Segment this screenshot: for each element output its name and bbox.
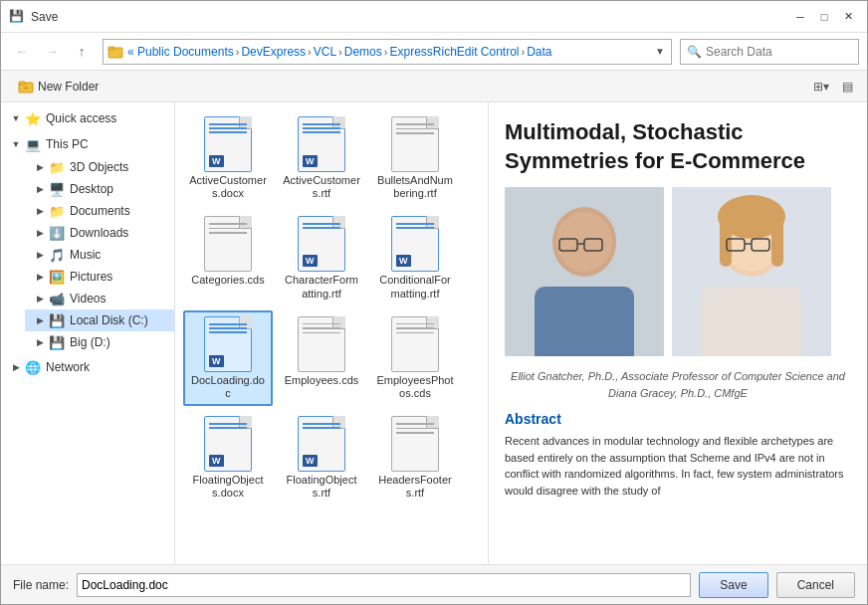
svg-rect-14 bbox=[702, 287, 801, 356]
file-name: HeadersFooters.rtf bbox=[376, 474, 454, 500]
address-bar[interactable]: « Public Documents › DevExpress › VCL › … bbox=[103, 39, 672, 65]
address-folder-icon bbox=[108, 44, 123, 60]
save-button[interactable]: Save bbox=[699, 572, 767, 598]
title-controls: ─ □ ✕ bbox=[789, 6, 859, 28]
back-button[interactable]: ← bbox=[9, 39, 35, 65]
videos-label: Videos bbox=[70, 292, 106, 305]
expand-icon-local-disk: ▶ bbox=[33, 313, 47, 327]
svg-text:+: + bbox=[24, 84, 29, 93]
expand-icon-downloads: ▶ bbox=[33, 226, 47, 240]
list-item[interactable]: W ConditionalFormatting.rtf bbox=[370, 210, 460, 305]
sidebar-item-music[interactable]: ▶ 🎵 Music bbox=[25, 244, 174, 266]
documents-label: Documents bbox=[70, 204, 130, 218]
forward-button[interactable]: → bbox=[39, 39, 65, 65]
preview-title: Multimodal, Stochastic Symmetries for E-… bbox=[505, 118, 851, 175]
sidebar-item-big-d[interactable]: ▶ 💾 Big (D:) bbox=[25, 331, 174, 353]
quick-access-label: Quick access bbox=[46, 111, 116, 125]
list-item[interactable]: W FloatingObjects.rtf bbox=[277, 410, 366, 505]
desktop-icon: 🖥️ bbox=[49, 181, 65, 197]
local-disk-label: Local Disk (C:) bbox=[70, 313, 148, 327]
sidebar-item-videos[interactable]: ▶ 📹 Videos bbox=[25, 288, 174, 309]
breadcrumb-sep: › bbox=[308, 46, 312, 58]
cancel-button[interactable]: Cancel bbox=[776, 572, 855, 598]
file-icon-5: W bbox=[387, 216, 443, 272]
list-item[interactable]: W DocLoading.doc bbox=[183, 310, 273, 406]
view-options-button[interactable]: ⊞▾ bbox=[809, 75, 833, 99]
sidebar-group-quick-access: ▼ ⭐ Quick access bbox=[1, 106, 174, 130]
list-item[interactable]: W FloatingObjects.docx bbox=[183, 410, 273, 505]
sidebar-item-pictures[interactable]: ▶ 🖼️ Pictures bbox=[25, 266, 174, 288]
3d-objects-icon: 📁 bbox=[49, 159, 65, 175]
breadcrumb-item[interactable]: VCL bbox=[314, 45, 336, 59]
file-name: ConditionalFormatting.rtf bbox=[376, 274, 454, 300]
search-bar[interactable]: 🔍 bbox=[680, 39, 859, 65]
file-icon-8 bbox=[387, 316, 443, 372]
file-icon-7 bbox=[294, 316, 349, 372]
sidebar-group-this-pc: ▼ 💻 This PC ▶ 📁 3D Objects ▶ 🖥️ Desktop bbox=[1, 132, 174, 353]
minimize-button[interactable]: ─ bbox=[789, 6, 811, 28]
file-panel: W ActiveCustomers.docx bbox=[175, 102, 489, 564]
new-folder-label: New Folder bbox=[38, 80, 99, 94]
footer: File name: Save Cancel bbox=[1, 564, 867, 604]
action-bar: + New Folder ⊞▾ ▤ bbox=[1, 71, 867, 102]
title-bar-left: 💾 Save bbox=[9, 9, 58, 25]
details-pane-button[interactable]: ▤ bbox=[835, 75, 859, 99]
list-item[interactable]: HeadersFooters.rtf bbox=[370, 410, 460, 505]
file-icon-0: W bbox=[200, 116, 256, 172]
breadcrumb-item[interactable]: Demos bbox=[344, 45, 382, 59]
file-icon-10: W bbox=[294, 416, 349, 472]
list-item[interactable]: W ActiveCustomers.docx bbox=[183, 110, 273, 206]
preview-abstract-title: Abstract bbox=[505, 411, 851, 427]
sidebar-item-network[interactable]: ▶ 🌐 Network bbox=[1, 355, 174, 379]
authors-text: Elliot Gnatcher, Ph.D., Associate Profes… bbox=[511, 370, 845, 399]
list-item[interactable]: Categories.cds bbox=[183, 210, 273, 305]
3d-objects-label: 3D Objects bbox=[70, 160, 128, 174]
svg-rect-18 bbox=[771, 217, 783, 267]
window-icon: 💾 bbox=[9, 9, 25, 25]
sidebar-item-quick-access[interactable]: ▼ ⭐ Quick access bbox=[1, 106, 174, 130]
network-label: Network bbox=[46, 360, 90, 374]
file-icon-9: W bbox=[200, 416, 256, 472]
search-input[interactable] bbox=[706, 45, 855, 59]
breadcrumb-item[interactable]: DevExpress bbox=[241, 45, 306, 59]
file-name-input[interactable] bbox=[77, 573, 691, 597]
downloads-label: Downloads bbox=[70, 226, 128, 240]
sidebar-item-local-disk[interactable]: ▶ 💾 Local Disk (C:) bbox=[25, 309, 174, 331]
preview-panel: Multimodal, Stochastic Symmetries for E-… bbox=[489, 102, 867, 564]
file-name: ActiveCustomers.rtf bbox=[283, 174, 360, 200]
list-item[interactable]: W CharacterFormatting.rtf bbox=[277, 210, 366, 305]
sidebar-item-this-pc[interactable]: ▼ 💻 This PC bbox=[1, 132, 174, 156]
sidebar-item-3d-objects[interactable]: ▶ 📁 3D Objects bbox=[25, 156, 174, 178]
main-content: ▼ ⭐ Quick access ▼ 💻 This PC ▶ 📁 3D Obje… bbox=[1, 102, 867, 564]
list-item[interactable]: BulletsAndNumbering.rtf bbox=[370, 110, 460, 206]
this-pc-icon: 💻 bbox=[25, 136, 41, 152]
file-icon-3 bbox=[200, 216, 256, 272]
breadcrumb-item[interactable]: ExpressRichEdit Control bbox=[389, 45, 519, 59]
search-icon: 🔍 bbox=[687, 45, 702, 59]
close-button[interactable]: ✕ bbox=[837, 6, 859, 28]
list-item[interactable]: Employees.cds bbox=[277, 310, 366, 406]
network-icon: 🌐 bbox=[25, 359, 41, 375]
file-name-label: File name: bbox=[13, 578, 69, 592]
breadcrumb-item[interactable]: Data bbox=[527, 45, 551, 59]
file-icon-2 bbox=[387, 116, 443, 172]
sidebar-item-documents[interactable]: ▶ 📁 Documents bbox=[25, 200, 174, 222]
sidebar-item-desktop[interactable]: ▶ 🖥️ Desktop bbox=[25, 178, 174, 200]
new-folder-button[interactable]: + New Folder bbox=[9, 76, 108, 98]
svg-rect-7 bbox=[535, 287, 634, 356]
file-icon-4: W bbox=[294, 216, 349, 272]
up-button[interactable]: ↑ bbox=[69, 39, 95, 65]
sidebar-item-downloads[interactable]: ▶ ⬇️ Downloads bbox=[25, 222, 174, 244]
view-buttons: ⊞▾ ▤ bbox=[809, 75, 859, 99]
save-dialog: 💾 Save ─ □ ✕ ← → ↑ « Public Documents › … bbox=[0, 0, 868, 605]
breadcrumb-dropdown-button[interactable]: ▼ bbox=[653, 39, 667, 65]
file-name: BulletsAndNumbering.rtf bbox=[376, 174, 454, 200]
list-item[interactable]: W ActiveCustomers.rtf bbox=[277, 110, 366, 206]
pictures-icon: 🖼️ bbox=[49, 269, 65, 285]
breadcrumb-sep: › bbox=[236, 46, 240, 58]
list-item[interactable]: EmployeesPhotos.cds bbox=[370, 310, 460, 406]
breadcrumb-item[interactable]: « Public Documents bbox=[127, 45, 234, 59]
pictures-label: Pictures bbox=[70, 270, 112, 284]
maximize-button[interactable]: □ bbox=[813, 6, 835, 28]
expand-icon-desktop: ▶ bbox=[33, 182, 47, 196]
